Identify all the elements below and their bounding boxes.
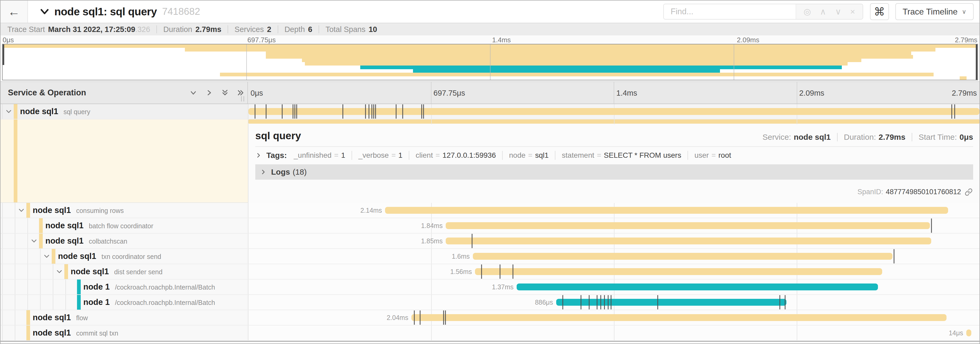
chevron-down-icon[interactable]	[18, 207, 25, 214]
services-label: Services	[234, 25, 264, 34]
chevron-down-icon[interactable]	[43, 253, 50, 260]
span-bar[interactable]	[446, 222, 930, 229]
service-name: node sql1	[33, 206, 71, 215]
span-tree-cell[interactable]: node sql1flow	[0, 310, 248, 325]
tags-accordion[interactable]: Tags: _unfinished=1_verbose=1client=127.…	[255, 148, 973, 163]
span-row[interactable]: node sql1flow2.04ms	[0, 310, 980, 325]
span-tree-cell[interactable]: node 1/cockroach.roachpb.Internal/Batch	[0, 280, 248, 294]
find-input[interactable]	[664, 4, 795, 19]
span-row[interactable]: node sql1txn coordinator send1.6ms	[0, 249, 980, 264]
span-detail-gutter	[0, 119, 248, 202]
span-tree-cell[interactable]: node sql1commit sql txn	[0, 325, 248, 340]
span-row[interactable]: node 1/cockroach.roachpb.Internal/Batch8…	[0, 295, 980, 310]
tree-guide-line	[27, 295, 28, 310]
span-name-group: node sql1commit sql txn	[33, 328, 118, 338]
divider	[156, 26, 157, 33]
service-name: node 1	[83, 298, 110, 307]
tree-guide-line	[2, 249, 3, 264]
log-marker-tick	[293, 104, 294, 118]
minimap-gridline	[246, 45, 247, 80]
chevron-down-icon[interactable]	[5, 108, 12, 115]
span-timeline-cell[interactable]: 1.6ms	[248, 249, 980, 264]
operation-name: flow	[76, 314, 88, 322]
span-name-group: node sql1txn coordinator send	[58, 251, 161, 261]
chevron-down-icon[interactable]	[56, 268, 63, 275]
span-timeline-cell[interactable]: 1.84ms	[248, 218, 980, 233]
timeline-gridline	[614, 119, 614, 124]
span-bar[interactable]	[411, 314, 947, 321]
span-color-accent	[26, 325, 30, 340]
span-timeline-cell[interactable]: 1.85ms	[248, 234, 980, 248]
span-tree-cell[interactable]: node sql1txn coordinator send	[0, 249, 248, 264]
span-duration-label: 2.14ms	[360, 206, 382, 214]
span-tree-cell[interactable]: node sql1dist sender send	[0, 264, 248, 279]
collapse-all-icon[interactable]	[189, 88, 197, 97]
span-bar[interactable]	[446, 238, 931, 245]
span-timeline-cell[interactable]: 886μs	[248, 295, 980, 310]
span-bar[interactable]	[556, 299, 786, 306]
span-bar[interactable]	[248, 108, 980, 115]
span-timeline-cell[interactable]: 1.37ms	[248, 280, 980, 294]
locate-icon[interactable]: ◎	[803, 7, 811, 16]
axis-tick: 2.09ms	[737, 36, 759, 44]
collapse-trace-button[interactable]	[39, 6, 50, 17]
column-resize-grip[interactable]	[241, 96, 244, 101]
timeline-gridline	[797, 295, 797, 310]
timeline-gridline	[431, 325, 432, 340]
expand-one-icon[interactable]	[237, 88, 245, 97]
span-timeline-cell[interactable]: 2.04ms	[248, 310, 980, 325]
span-timeline-cell[interactable]: 14μs	[248, 325, 980, 340]
log-marker-tick	[374, 104, 374, 118]
span-detail-header: sql query Service:node sql1 Duration:2.7…	[255, 124, 973, 147]
span-row[interactable]: node sql1batch flow coordinator1.84ms	[0, 218, 980, 234]
span-row[interactable]: node 1/cockroach.roachpb.Internal/Batch1…	[0, 280, 980, 295]
minimap-left-handle[interactable]	[3, 45, 4, 65]
span-bar[interactable]	[473, 253, 892, 260]
keyboard-shortcuts-button[interactable]: ⌘	[870, 3, 889, 20]
span-timeline-cell[interactable]: 2.14ms	[248, 203, 980, 218]
span-tree-cell[interactable]: node sql1sql query	[0, 104, 248, 119]
span-id-label: SpanID:	[858, 188, 883, 196]
collapse-one-icon[interactable]	[205, 88, 213, 97]
log-marker-tick	[282, 104, 282, 118]
minimap-right-handle[interactable]	[976, 45, 977, 80]
span-bar[interactable]	[966, 330, 971, 336]
minimap-span-bar	[266, 51, 911, 55]
span-timeline-cell[interactable]: 1.56ms	[248, 264, 980, 279]
span-row[interactable]: node sql1sql query	[0, 104, 980, 119]
chevron-down-icon[interactable]: ∨	[835, 7, 841, 16]
tree-guide-line	[27, 218, 28, 233]
span-tree-cell[interactable]: node 1/cockroach.roachpb.Internal/Batch	[0, 295, 248, 310]
clear-icon[interactable]: ×	[850, 7, 855, 16]
axis-tick: 697.75μs	[247, 36, 276, 44]
span-bar[interactable]	[475, 268, 882, 275]
span-bar[interactable]	[517, 283, 878, 290]
span-tree-cell[interactable]: node sql1colbatchscan	[0, 234, 248, 248]
deep-link-icon[interactable]	[965, 188, 973, 196]
logs-accordion[interactable]: Logs (18)	[255, 164, 973, 180]
chevron-up-icon[interactable]: ∧	[820, 7, 826, 16]
span-tree-cell[interactable]: node sql1batch flow coordinator	[0, 218, 248, 233]
tag-value: SELECT * FROM users	[604, 151, 681, 159]
minimap-canvas[interactable]	[2, 44, 978, 80]
span-bar[interactable]	[385, 207, 948, 214]
span-row[interactable]: node sql1consuming rows2.14ms	[0, 203, 980, 218]
timeline-gridline	[431, 119, 432, 124]
span-row[interactable]: node sql1dist sender send1.56ms	[0, 264, 980, 280]
chevron-down-icon[interactable]	[30, 238, 37, 245]
timeline-gridline	[431, 295, 432, 310]
span-duration-label: 1.84ms	[421, 222, 442, 230]
span-row[interactable]: node sql1commit sql txn14μs	[0, 325, 980, 341]
back-button[interactable]: ←	[0, 0, 28, 23]
tree-guide-line	[40, 280, 41, 294]
span-tree-cell[interactable]: node sql1consuming rows	[0, 203, 248, 218]
span-row[interactable]: node sql1colbatchscan1.85ms	[0, 234, 980, 249]
trace-view-selector[interactable]: Trace Timeline ∨	[895, 3, 974, 20]
top-bar: ← node sql1: sql query 7418682 ◎ ∧ ∨ × ⌘…	[0, 0, 980, 23]
chevron-down-icon	[39, 6, 50, 17]
tree-guide-line	[15, 218, 15, 233]
log-marker-tick	[420, 310, 421, 325]
span-timeline-cell[interactable]	[248, 104, 980, 119]
tree-guide-line	[2, 295, 3, 310]
expand-all-icon[interactable]	[221, 88, 229, 97]
